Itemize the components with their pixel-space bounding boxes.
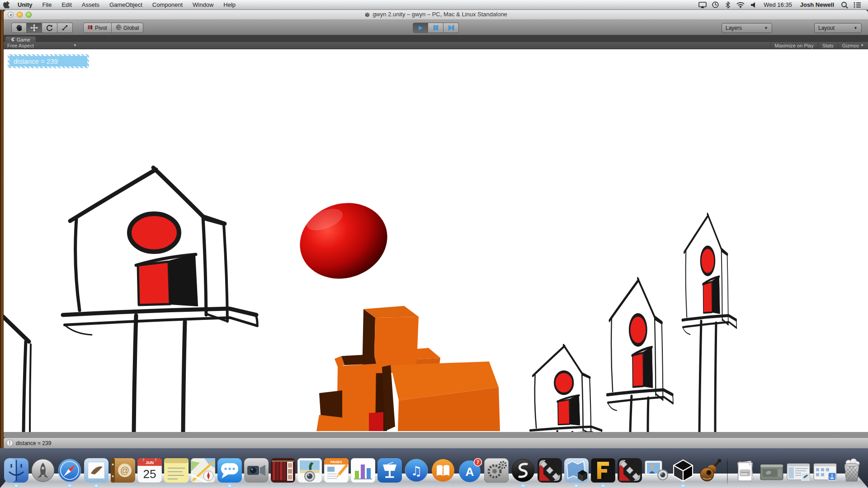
bluetooth-icon[interactable]: [723, 0, 732, 10]
game-scene: [4, 49, 868, 437]
move-tool-button[interactable]: [27, 23, 42, 33]
unity-toolbar: Pivot Global Layers▼ Layout▼: [4, 20, 868, 35]
stats-button[interactable]: Stats: [818, 42, 838, 49]
dock-item-itunes[interactable]: ♫: [404, 458, 429, 483]
menu-item-unity[interactable]: Unity: [13, 0, 38, 9]
desktop-dock-area: @JUN25PAGES♫A7: [0, 448, 868, 488]
chevron-down-icon: ▼: [73, 43, 77, 47]
gizmos-button[interactable]: Gizmos▼: [838, 42, 868, 49]
dock-item-ibooks[interactable]: [431, 458, 455, 483]
chevron-down-icon: ▼: [860, 43, 864, 47]
dock-item-minimized-window-3[interactable]: [813, 458, 837, 483]
dock-item-trash[interactable]: [840, 458, 864, 483]
airplay-icon[interactable]: [698, 0, 707, 10]
dock-item-minimized-window-2[interactable]: [786, 458, 811, 483]
spotlight-icon[interactable]: [840, 0, 849, 10]
menu-item-assets[interactable]: Assets: [77, 0, 104, 9]
dock-item-garageband[interactable]: [698, 458, 722, 483]
dock-item-pages[interactable]: PAGES: [324, 458, 349, 483]
orange-block-stack: [316, 306, 500, 431]
maximize-on-play-button[interactable]: Maximize on Play: [770, 42, 818, 49]
menu-item-window[interactable]: Window: [188, 0, 218, 9]
chevron-down-icon: ▼: [764, 26, 768, 30]
unity-title-bar[interactable]: gwyn 2.unity – gwyn – PC, Mac & Linux St…: [4, 10, 868, 20]
dock-item-iphoto[interactable]: [297, 458, 322, 483]
dock-item-documents-stack[interactable]: [733, 458, 757, 483]
game-view-control-bar: Free Aspect▼ Maximize on Play Stats Gizm…: [4, 42, 868, 49]
play-button[interactable]: [413, 23, 428, 33]
svg-text:25: 25: [143, 467, 156, 481]
dock-item-calendar[interactable]: JUN25: [137, 458, 162, 483]
menu-clock[interactable]: Wed 16:35: [760, 1, 796, 8]
dock-item-safari[interactable]: [57, 458, 82, 483]
volume-icon[interactable]: [749, 0, 758, 10]
birdhouse-small-2: [607, 278, 673, 433]
log-info-icon: !: [6, 440, 13, 446]
status-message: distance = 239: [16, 440, 51, 446]
dock-item-image-capture[interactable]: [644, 458, 669, 483]
dock-item-facetime[interactable]: [244, 458, 269, 483]
svg-text:7: 7: [476, 460, 479, 465]
dock-item-s-logo-app[interactable]: [511, 458, 535, 483]
dock-item-messages[interactable]: [217, 458, 242, 483]
partial-birdhouse-sketch: [4, 316, 31, 433]
running-indicator: [602, 485, 604, 487]
dock: @JUN25PAGES♫A7: [0, 455, 868, 483]
svg-text:JUN: JUN: [146, 460, 154, 465]
menu-item-file[interactable]: File: [38, 0, 57, 9]
dock-item-minimized-window-1[interactable]: [760, 458, 784, 483]
window-title: gwyn 2.unity – gwyn – PC, Mac & Linux St…: [4, 11, 868, 19]
aspect-dropdown[interactable]: Free Aspect▼: [4, 43, 80, 48]
rotate-tool-button[interactable]: [42, 23, 57, 33]
dock-item-system-preferences[interactable]: [484, 458, 509, 483]
running-indicator: [228, 485, 231, 487]
running-indicator: [68, 485, 71, 487]
dock-item-red-black-dev-app-2[interactable]: [618, 458, 642, 483]
dock-item-finder[interactable]: [4, 458, 28, 483]
dock-item-maps[interactable]: [191, 458, 215, 483]
notification-center-icon[interactable]: [853, 0, 862, 10]
pivot-icon: [88, 24, 93, 32]
game-viewport[interactable]: distance = 239: [4, 49, 868, 437]
dock-item-notes[interactable]: [164, 458, 189, 483]
menu-item-gameobject[interactable]: GameObject: [104, 0, 147, 9]
dock-item-f-logo-app[interactable]: [591, 458, 615, 483]
dock-item-app-store[interactable]: A7: [458, 458, 482, 483]
game-view-tab-bar: Game: [4, 35, 868, 42]
dock-item-red-black-dev-app[interactable]: [538, 458, 562, 483]
menu-user-name[interactable]: Josh Newell: [796, 1, 838, 8]
dock-item-unity[interactable]: [671, 458, 695, 483]
dock-item-launchpad[interactable]: [31, 458, 55, 483]
chevron-down-icon: ▼: [854, 26, 858, 30]
apple-menu-icon[interactable]: [2, 0, 11, 10]
pivot-toggle-button[interactable]: Pivot: [83, 23, 112, 33]
unity-status-bar[interactable]: ! distance = 239: [4, 437, 868, 448]
dock-divider: [724, 455, 731, 483]
layout-dropdown[interactable]: Layout▼: [814, 23, 862, 33]
wifi-icon[interactable]: [736, 0, 745, 10]
ground-strip: [4, 432, 868, 437]
time-machine-icon[interactable]: [711, 0, 720, 10]
dock-item-blue-unity-tool-app[interactable]: [564, 458, 589, 483]
menu-item-help[interactable]: Help: [218, 0, 241, 9]
menu-item-edit[interactable]: Edit: [57, 0, 76, 9]
running-indicator: [575, 485, 578, 487]
global-toggle-button[interactable]: Global: [112, 23, 144, 33]
unity-scene-icon: [364, 12, 370, 19]
dock-item-photo-booth[interactable]: [271, 458, 295, 483]
scale-tool-button[interactable]: [57, 23, 73, 33]
pause-button[interactable]: [428, 23, 443, 33]
dock-item-numbers[interactable]: [351, 458, 375, 483]
hand-tool-button[interactable]: [11, 23, 27, 33]
globe-icon: [116, 24, 122, 32]
dock-item-contacts[interactable]: @: [111, 458, 135, 483]
step-button[interactable]: [443, 23, 459, 33]
svg-text:PAGES: PAGES: [330, 460, 342, 464]
birdhouse-large: [63, 168, 257, 433]
dock-item-mail[interactable]: [84, 458, 108, 483]
menu-item-component[interactable]: Component: [147, 0, 188, 9]
desktop-wallpaper-strip: [0, 10, 4, 448]
layers-dropdown[interactable]: Layers▼: [722, 23, 772, 33]
red-egg: [290, 192, 397, 290]
dock-item-keynote[interactable]: [377, 458, 402, 483]
